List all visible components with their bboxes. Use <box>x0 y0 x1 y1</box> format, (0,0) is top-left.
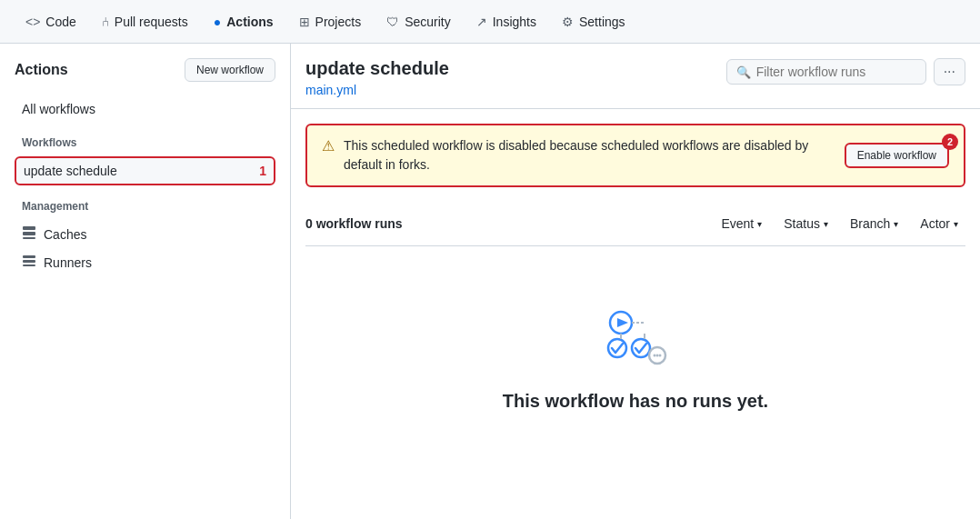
svg-rect-3 <box>23 255 35 258</box>
runners-label: Runners <box>44 255 92 270</box>
nav-code[interactable]: <> Code <box>15 7 87 36</box>
branch-chevron-icon: ▾ <box>894 219 898 229</box>
nav-settings[interactable]: ⚙ Settings <box>551 7 636 36</box>
workflow-info: update schedule main.yml <box>305 58 449 97</box>
status-filter-button[interactable]: Status ▾ <box>776 213 835 235</box>
management-section-label: Management <box>22 200 275 213</box>
workflow-item-badge: 1 <box>259 164 266 178</box>
insights-icon: ↗ <box>476 15 487 29</box>
search-filter-area: 🔍 ··· <box>726 58 965 85</box>
settings-icon: ⚙ <box>562 15 574 29</box>
security-icon: 🛡 <box>386 15 399 29</box>
warning-content: ⚠ This scheduled workflow is disabled be… <box>322 136 834 175</box>
svg-rect-0 <box>23 226 35 230</box>
workflow-title: update schedule <box>305 58 449 79</box>
runs-count: 0 workflow runs <box>305 216 403 231</box>
caches-icon <box>22 225 36 243</box>
nav-actions[interactable]: ● Actions <box>203 7 285 36</box>
empty-state: This workflow has no runs yet. <box>291 246 980 466</box>
warning-banner: ⚠ This scheduled workflow is disabled be… <box>305 124 965 187</box>
filter-controls: Event ▾ Status ▾ Branch ▾ Actor ▾ <box>714 213 965 235</box>
svg-rect-2 <box>23 237 35 239</box>
sidebar-item-runners[interactable]: Runners <box>15 248 275 276</box>
warning-message: This scheduled workflow is disabled beca… <box>344 136 834 175</box>
branch-filter-button[interactable]: Branch ▾ <box>843 213 905 235</box>
sidebar-all-workflows[interactable]: All workflows <box>15 96 275 122</box>
pull-request-icon: ⑃ <box>102 15 109 29</box>
enable-workflow-wrap: Enable workflow 2 <box>845 143 949 168</box>
more-options-button[interactable]: ··· <box>934 58 965 85</box>
projects-icon: ⊞ <box>299 15 310 29</box>
runs-header: 0 workflow runs Event ▾ Status ▾ Branch … <box>305 202 965 246</box>
actor-filter-button[interactable]: Actor ▾ <box>913 213 965 235</box>
empty-state-icon <box>599 301 672 376</box>
caches-label: Caches <box>44 227 86 242</box>
nav-insights[interactable]: ↗ Insights <box>465 7 547 36</box>
new-workflow-button[interactable]: New workflow <box>185 58 275 82</box>
nav-pull-requests[interactable]: ⑃ Pull requests <box>91 7 199 36</box>
main-layout: Actions New workflow All workflows Workf… <box>0 44 980 519</box>
sidebar-header: Actions New workflow <box>15 58 275 82</box>
actions-icon: ● <box>214 15 221 29</box>
nav-projects[interactable]: ⊞ Projects <box>288 7 373 36</box>
runners-icon <box>22 254 36 271</box>
workflow-file-link[interactable]: main.yml <box>305 83 356 97</box>
sidebar-item-update-schedule[interactable]: update schedule 1 <box>15 156 275 185</box>
workflows-section-label: Workflows <box>22 136 275 149</box>
enable-workflow-badge: 2 <box>942 134 958 150</box>
filter-workflow-input[interactable] <box>756 65 916 79</box>
event-chevron-icon: ▾ <box>757 219 762 229</box>
header-row: update schedule main.yml 🔍 ··· <box>305 58 965 97</box>
top-nav: <> Code ⑃ Pull requests ● Actions ⊞ Proj… <box>0 0 980 44</box>
svg-rect-4 <box>23 260 35 263</box>
sidebar-item-caches[interactable]: Caches <box>15 220 275 248</box>
warning-icon: ⚠ <box>322 137 335 155</box>
sidebar: Actions New workflow All workflows Workf… <box>0 44 291 519</box>
status-chevron-icon: ▾ <box>824 219 828 229</box>
workflow-item-label: update schedule <box>24 164 259 178</box>
sidebar-title: Actions <box>15 62 68 78</box>
enable-workflow-button[interactable]: Enable workflow <box>845 143 949 168</box>
code-icon: <> <box>25 15 40 29</box>
nav-security[interactable]: 🛡 Security <box>375 7 462 36</box>
svg-rect-1 <box>23 232 35 235</box>
svg-point-11 <box>654 354 656 357</box>
filter-input-wrap[interactable]: 🔍 <box>726 59 926 85</box>
svg-point-12 <box>656 354 659 357</box>
content-header: update schedule main.yml 🔍 ··· <box>291 44 980 109</box>
svg-rect-5 <box>23 264 35 266</box>
actor-chevron-icon: ▾ <box>954 219 958 229</box>
svg-point-13 <box>659 354 662 357</box>
event-filter-button[interactable]: Event ▾ <box>714 213 769 235</box>
svg-marker-7 <box>617 318 628 327</box>
search-icon: 🔍 <box>736 65 751 79</box>
empty-state-text: This workflow has no runs yet. <box>503 391 768 412</box>
main-content: update schedule main.yml 🔍 ··· ⚠ This sc… <box>291 44 980 519</box>
